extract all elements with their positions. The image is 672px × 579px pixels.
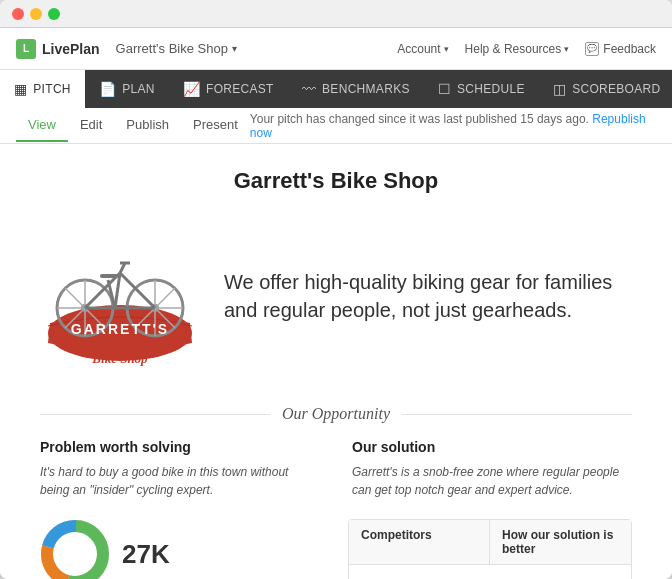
hero-section: GARRETT'S Bike Shop We offer high-qualit… bbox=[40, 218, 632, 373]
forecast-icon: 📈 bbox=[183, 81, 200, 97]
nav-item-plan[interactable]: 📄 Plan bbox=[85, 70, 169, 108]
sub-nav-links: View Edit Publish Present bbox=[16, 109, 250, 142]
market-section: 27K Target Market Young families 54% ($2… bbox=[40, 519, 324, 579]
competitors-header: Competitors How our solution is better bbox=[349, 520, 631, 565]
svg-text:Bike Shop: Bike Shop bbox=[91, 351, 148, 366]
feedback-button[interactable]: 💬 Feedback bbox=[585, 42, 656, 56]
feedback-icon: 💬 bbox=[585, 42, 599, 56]
competitors-col2: How our solution is better bbox=[490, 520, 631, 564]
problem-text: It's hard to buy a good bike in this tow… bbox=[40, 463, 320, 499]
scoreboard-icon: ◫ bbox=[553, 81, 566, 97]
problem-heading: Problem worth solving bbox=[40, 439, 320, 455]
subnav-present[interactable]: Present bbox=[181, 109, 250, 142]
brand-logo: GARRETT'S Bike Shop bbox=[40, 218, 200, 373]
help-menu[interactable]: Help & Resources bbox=[465, 42, 570, 56]
page-title: Garrett's Bike Shop bbox=[40, 168, 632, 194]
sub-nav: View Edit Publish Present Your pitch has… bbox=[0, 108, 672, 144]
app-window: L LivePlan Garrett's Bike Shop Account H… bbox=[0, 0, 672, 579]
solution-text: Garrett's is a snob-free zone where regu… bbox=[352, 463, 632, 499]
main-content: Garrett's Bike Shop bbox=[0, 144, 672, 579]
nav-item-benchmarks[interactable]: 〰 Benchmarks bbox=[288, 70, 424, 108]
bottom-grid: 27K Target Market Young families 54% ($2… bbox=[40, 519, 632, 579]
maximize-button[interactable] bbox=[48, 8, 60, 20]
logo-icon: L bbox=[16, 39, 36, 59]
schedule-icon: ☐ bbox=[438, 81, 451, 97]
app-header: L LivePlan Garrett's Bike Shop Account H… bbox=[0, 28, 672, 70]
company-selector[interactable]: Garrett's Bike Shop bbox=[116, 41, 237, 56]
competitors-col1: Competitors bbox=[349, 520, 490, 564]
market-total: 27K bbox=[122, 539, 170, 570]
logo: L LivePlan bbox=[16, 39, 100, 59]
svg-text:GARRETT'S: GARRETT'S bbox=[71, 321, 169, 337]
subnav-edit[interactable]: Edit bbox=[68, 109, 114, 142]
main-nav: ▦ Pitch 📄 Plan 📈 Forecast 〰 Benchmarks ☐… bbox=[0, 70, 672, 108]
publish-notice: Your pitch has changed since it was last… bbox=[250, 112, 656, 140]
logo-text: LivePlan bbox=[42, 41, 100, 57]
problem-column: Problem worth solving It's hard to buy a… bbox=[40, 439, 320, 499]
header-actions: Account Help & Resources 💬 Feedback bbox=[397, 42, 656, 56]
plan-icon: 📄 bbox=[99, 81, 116, 97]
benchmarks-icon: 〰 bbox=[302, 81, 316, 97]
account-menu[interactable]: Account bbox=[397, 42, 448, 56]
close-button[interactable] bbox=[12, 8, 24, 20]
solution-column: Our solution Garrett's is a snob-free zo… bbox=[352, 439, 632, 499]
hero-description: We offer high-quality biking gear for fa… bbox=[224, 268, 632, 324]
donut-chart-area: 27K bbox=[40, 519, 324, 579]
subnav-publish[interactable]: Publish bbox=[114, 109, 181, 142]
minimize-button[interactable] bbox=[30, 8, 42, 20]
nav-item-schedule[interactable]: ☐ Schedule bbox=[424, 70, 539, 108]
opportunity-section-header: Our Opportunity bbox=[40, 405, 632, 423]
competitors-section: Competitors How our solution is better bbox=[348, 519, 632, 579]
pitch-icon: ▦ bbox=[14, 81, 27, 97]
nav-item-pitch[interactable]: ▦ Pitch bbox=[0, 70, 85, 108]
subnav-view[interactable]: View bbox=[16, 109, 68, 142]
title-bar bbox=[0, 0, 672, 28]
nav-item-forecast[interactable]: 📈 Forecast bbox=[169, 70, 288, 108]
problem-solution-grid: Problem worth solving It's hard to buy a… bbox=[40, 439, 632, 499]
opportunity-title: Our Opportunity bbox=[270, 405, 402, 422]
market-number-display: 27K bbox=[122, 539, 170, 570]
donut-chart bbox=[40, 519, 110, 579]
solution-heading: Our solution bbox=[352, 439, 632, 455]
nav-item-scoreboard[interactable]: ◫ Scoreboard bbox=[539, 70, 672, 108]
svg-line-14 bbox=[120, 273, 155, 308]
